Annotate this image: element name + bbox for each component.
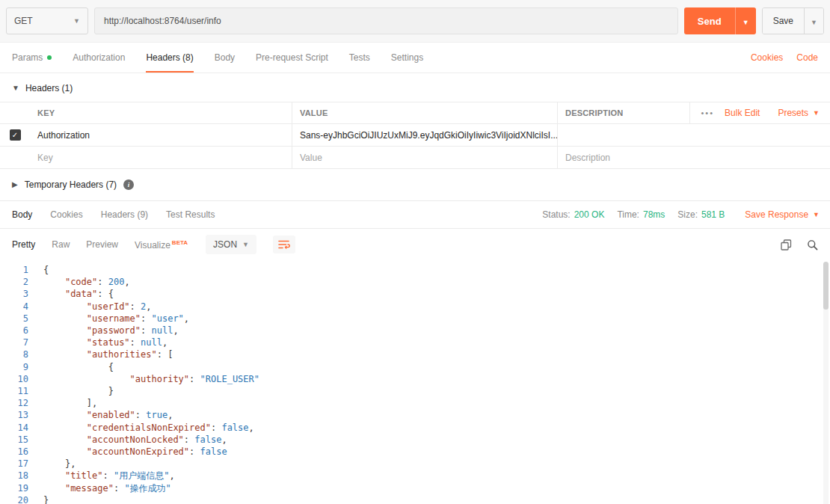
view-tab-preview[interactable]: Preview xyxy=(86,239,118,250)
code-text: "accountNonLocked": false, xyxy=(28,434,227,446)
response-tools xyxy=(781,239,818,251)
tab-tests[interactable]: Tests xyxy=(349,43,370,73)
info-icon[interactable]: i xyxy=(123,179,134,190)
code-line: 19 "message": "操作成功" xyxy=(0,482,830,494)
tab-headers[interactable]: Headers (8) xyxy=(146,43,193,73)
code-line: 13 "enabled": true, xyxy=(0,409,830,421)
response-body-viewer[interactable]: 1{2 "code": 200,3 "data": {4 "userId": 2… xyxy=(0,260,830,504)
code-line: 15 "accountNonLocked": false, xyxy=(0,434,830,446)
code-link[interactable]: Code xyxy=(796,52,818,63)
response-tab-cookies[interactable]: Cookies xyxy=(50,209,82,220)
column-description: DESCRIPTION xyxy=(557,102,689,123)
code-line: 4 "userId": 2, xyxy=(0,301,830,313)
line-number: 14 xyxy=(0,422,28,434)
save-button[interactable]: Save xyxy=(763,8,804,34)
placeholder-description: Description xyxy=(565,153,610,163)
chevron-down-icon: ▼ xyxy=(12,84,19,92)
time-label: Time: xyxy=(617,209,639,220)
view-tab-visualize[interactable]: VisualizeBETA xyxy=(135,239,188,251)
code-text: } xyxy=(28,385,114,397)
column-description-label: DESCRIPTION xyxy=(565,108,623,117)
row-checkbox[interactable]: ✓ xyxy=(10,129,21,141)
method-label: GET xyxy=(14,16,33,26)
row-description-cell[interactable] xyxy=(557,124,815,146)
line-number: 19 xyxy=(0,482,28,494)
send-caret-icon: ▼ xyxy=(743,19,749,26)
header-row-authorization: ✓ Authorization Sans-eyJhbGciOiJIUzUxMiJ… xyxy=(0,124,830,147)
code-text: "data": { xyxy=(28,288,114,300)
tab-settings[interactable]: Settings xyxy=(391,43,423,73)
code-text: { xyxy=(28,264,49,276)
row-key-cell[interactable]: Authorization xyxy=(30,124,292,146)
url-input[interactable] xyxy=(94,7,678,34)
code-line: 12 ], xyxy=(0,397,830,409)
more-options-icon[interactable]: ••• xyxy=(701,108,714,117)
column-value: VALUE xyxy=(292,102,557,123)
response-tab-body[interactable]: Body xyxy=(12,209,32,220)
line-number: 18 xyxy=(0,470,28,482)
headers-section-toggle[interactable]: ▼ Headers (1) xyxy=(0,73,830,102)
size-label: Size: xyxy=(677,209,698,220)
temporary-headers-toggle[interactable]: ▶ Temporary Headers (7) i xyxy=(0,169,830,200)
send-caret-button[interactable]: ▼ xyxy=(735,7,756,34)
search-button[interactable] xyxy=(807,239,818,251)
row-checkbox-cell: ✓ xyxy=(0,124,30,146)
send-button[interactable]: Send xyxy=(684,7,735,34)
save-response-caret-icon: ▼ xyxy=(813,212,820,218)
chevron-right-icon: ▶ xyxy=(12,181,18,188)
code-text: "accountNonExpired": false xyxy=(28,446,227,458)
presets-caret-icon: ▼ xyxy=(813,110,820,117)
line-number: 2 xyxy=(0,276,28,288)
line-number: 8 xyxy=(0,348,28,360)
response-bar: Body Cookies Headers (9) Test Results St… xyxy=(0,200,830,229)
method-select[interactable]: GET ▼ xyxy=(6,7,88,34)
response-tab-test-results[interactable]: Test Results xyxy=(166,209,215,220)
code-text: ], xyxy=(28,397,97,409)
row-actions-spacer xyxy=(815,124,830,146)
headers-table-actions: ••• Bulk Edit Presets ▼ xyxy=(689,102,830,123)
view-tab-raw[interactable]: Raw xyxy=(52,239,70,250)
copy-button[interactable] xyxy=(781,239,792,251)
code-text: "code": 200, xyxy=(28,276,130,288)
column-key: KEY xyxy=(30,102,292,123)
code-line: 18 "title": "用户端信息", xyxy=(0,470,830,482)
tab-headers-label: Headers (8) xyxy=(146,52,193,63)
code-line: 10 "authority": "ROLE_USER" xyxy=(0,373,830,385)
row-value-cell[interactable]: Sans-eyJhbGciOiJIUzUxMiJ9.eyJqdGkiOiIyIi… xyxy=(292,124,557,146)
format-dropdown[interactable]: JSON ▼ xyxy=(206,235,256,254)
tab-params[interactable]: Params xyxy=(12,43,52,73)
bulk-edit-link[interactable]: Bulk Edit xyxy=(725,108,760,118)
save-caret-button[interactable]: ▼ xyxy=(804,8,823,34)
code-line: 1{ xyxy=(0,264,830,276)
code-line: 3 "data": { xyxy=(0,288,830,300)
code-text: "password": null, xyxy=(28,325,179,336)
line-number: 15 xyxy=(0,434,28,446)
line-number: 9 xyxy=(0,361,28,373)
request-tab-links: Cookies Code xyxy=(751,43,818,73)
save-button-group: Save ▼ xyxy=(762,7,824,34)
cookies-link[interactable]: Cookies xyxy=(751,52,783,63)
code-text: "username": "user", xyxy=(28,313,189,325)
tab-authorization[interactable]: Authorization xyxy=(73,43,125,73)
view-tab-pretty[interactable]: Pretty xyxy=(12,239,35,250)
line-number: 10 xyxy=(0,373,28,385)
scrollbar-track[interactable] xyxy=(823,262,829,504)
line-number: 12 xyxy=(0,397,28,409)
headers-table-header: KEY VALUE DESCRIPTION ••• Bulk Edit Pres… xyxy=(0,102,830,124)
presets-dropdown[interactable]: Presets ▼ xyxy=(778,108,820,118)
save-response-dropdown[interactable]: Save Response ▼ xyxy=(745,209,820,220)
response-tab-headers[interactable]: Headers (9) xyxy=(101,209,148,220)
placeholder-value-cell[interactable]: Value xyxy=(292,147,557,168)
column-value-label: VALUE xyxy=(300,108,328,117)
placeholder-description-cell[interactable]: Description xyxy=(557,147,815,168)
tab-body[interactable]: Body xyxy=(215,43,235,73)
wrap-text-icon xyxy=(278,239,290,250)
tab-pre-request-script[interactable]: Pre-request Script xyxy=(256,43,328,73)
wrap-text-button[interactable] xyxy=(273,236,295,253)
size-value: 581 B xyxy=(701,209,725,220)
line-number: 7 xyxy=(0,336,28,348)
scrollbar-thumb[interactable] xyxy=(823,262,829,310)
placeholder-key-cell[interactable]: Key xyxy=(30,147,292,168)
code-text: "status": null, xyxy=(28,336,167,348)
code-text: } xyxy=(28,494,49,504)
